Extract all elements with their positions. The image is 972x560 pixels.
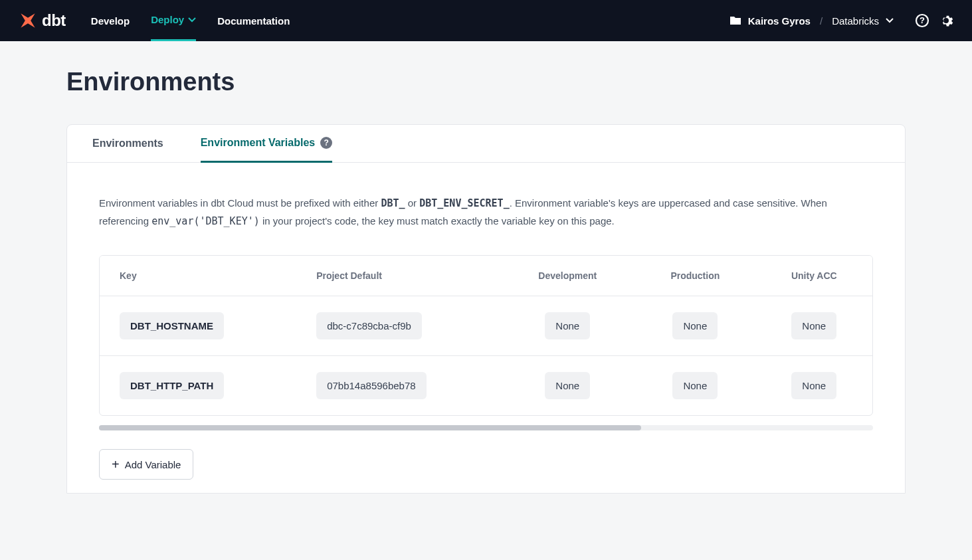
var-dev: None — [545, 372, 590, 399]
brand-name: dbt — [42, 11, 66, 30]
description-text: Environment variables in dbt Cloud must … — [99, 195, 870, 230]
main-nav: Develop Deploy Documentation — [91, 0, 290, 41]
plus-icon: + — [112, 458, 120, 471]
col-production: Production — [634, 256, 755, 296]
account-name: Kairos Gyros — [748, 15, 811, 27]
account-selector[interactable]: Kairos Gyros — [729, 15, 811, 27]
tab-env-vars-label: Environment Variables — [201, 137, 316, 149]
env-vars-table-wrap: Key Project Default Development Producti… — [99, 255, 873, 416]
dbt-logo[interactable]: dbt — [19, 11, 66, 30]
col-key: Key — [100, 256, 296, 296]
var-unity: None — [791, 372, 836, 399]
horizontal-scrollbar[interactable] — [99, 425, 873, 430]
svg-text:?: ? — [920, 15, 925, 25]
nav-documentation[interactable]: Documentation — [217, 0, 290, 41]
nav-deploy[interactable]: Deploy — [151, 0, 196, 41]
gear-icon[interactable] — [939, 13, 953, 28]
help-circle-icon[interactable]: ? — [320, 137, 332, 149]
environments-card: Environments Environment Variables ? Env… — [66, 124, 906, 494]
add-variable-button[interactable]: + Add Variable — [99, 449, 193, 480]
var-prod: None — [672, 372, 718, 399]
scrollbar-thumb[interactable] — [99, 425, 641, 430]
help-icon[interactable]: ? — [915, 13, 929, 28]
chevron-down-icon — [886, 18, 894, 23]
var-prod: None — [672, 312, 718, 339]
card-body: Environment variables in dbt Cloud must … — [67, 163, 905, 493]
breadcrumb-separator: / — [820, 15, 823, 27]
project-selector[interactable]: Databricks — [832, 15, 894, 27]
chevron-down-icon — [188, 17, 196, 23]
table-row[interactable]: DBT_HTTP_PATH 07bb14a8596beb78 None None… — [100, 356, 872, 416]
tab-environments[interactable]: Environments — [92, 125, 163, 162]
folder-icon — [729, 16, 741, 25]
top-navigation: dbt Develop Deploy Documentation Kairos … — [0, 0, 972, 41]
page-title: Environments — [66, 68, 906, 96]
nav-deploy-label: Deploy — [151, 14, 184, 25]
table-row[interactable]: DBT_HOSTNAME dbc-c7c89cba-cf9b None None… — [100, 296, 872, 356]
add-variable-label: Add Variable — [125, 459, 181, 470]
col-development: Development — [500, 256, 634, 296]
var-default: dbc-c7c89cba-cf9b — [316, 312, 422, 339]
var-default: 07bb14a8596beb78 — [316, 372, 426, 399]
var-dev: None — [545, 312, 590, 339]
tab-environment-variables[interactable]: Environment Variables ? — [201, 125, 333, 163]
col-project-default: Project Default — [296, 256, 500, 296]
table-header-row: Key Project Default Development Producti… — [100, 256, 872, 296]
env-vars-table: Key Project Default Development Producti… — [100, 256, 872, 415]
tabs: Environments Environment Variables ? — [67, 125, 905, 163]
dbt-logo-icon — [19, 11, 37, 30]
topbar-right: Kairos Gyros / Databricks ? — [729, 13, 953, 28]
var-key: DBT_HTTP_PATH — [120, 372, 224, 399]
nav-develop[interactable]: Develop — [91, 0, 130, 41]
main-content: Environments Environments Environment Va… — [0, 41, 972, 507]
project-name: Databricks — [832, 15, 879, 27]
col-unity-acc: Unity ACC — [756, 256, 872, 296]
var-unity: None — [791, 312, 836, 339]
var-key: DBT_HOSTNAME — [120, 312, 224, 339]
